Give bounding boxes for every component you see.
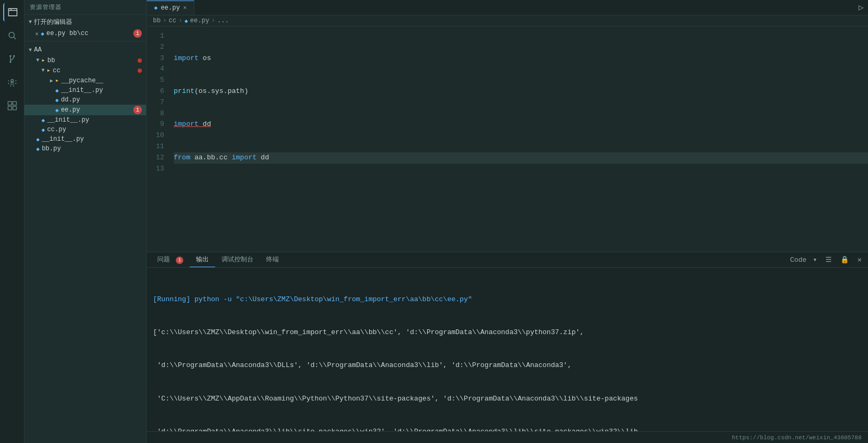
ee-py-label: ee.py bbox=[61, 106, 80, 114]
output-line-5: 'd:\\ProgramData\\Anaconda3\\lib\\site-p… bbox=[153, 427, 862, 431]
panel-tab-problems[interactable]: 问题 1 bbox=[151, 252, 190, 267]
panel-output[interactable]: [Running] python -u "c:\Users\ZMZ\Deskto… bbox=[147, 268, 868, 431]
output-line-3: 'd:\\ProgramData\\Anaconda3\\DLLs', 'd:\… bbox=[153, 360, 862, 371]
panel-tab-terminal[interactable]: 终端 bbox=[260, 252, 285, 267]
pycache-label: __pycache__ bbox=[61, 77, 103, 84]
code-area[interactable]: 1 2 3 4 5 6 7 8 9 10 11 12 13 import os … bbox=[147, 27, 868, 252]
panel-tab-output[interactable]: 输出 bbox=[190, 252, 215, 267]
breadcrumb-cc[interactable]: cc bbox=[169, 17, 176, 24]
source-control-icon[interactable] bbox=[3, 50, 21, 68]
pycache-arrow: ▶ bbox=[50, 78, 53, 84]
breadcrumb-file-icon: ◆ bbox=[184, 18, 188, 24]
extensions-icon[interactable] bbox=[3, 97, 21, 115]
init-py-3-icon: ◆ bbox=[36, 136, 40, 143]
cc-py-item[interactable]: ◆ cc.py bbox=[24, 125, 146, 134]
sidebar-header: 资源管理器 bbox=[24, 0, 146, 15]
cc-arrow: ▼ bbox=[41, 67, 45, 73]
main-area: ◆ ee.py × ▷ bb › cc › ◆ ee.py › ... 1 2 … bbox=[147, 0, 868, 443]
tab-close-button[interactable]: × bbox=[183, 5, 187, 11]
cc-py-label: cc.py bbox=[47, 126, 66, 133]
bb-folder[interactable]: ▼ ▸ bb bbox=[24, 55, 146, 65]
panel-tab-debug[interactable]: 调试控制台 bbox=[215, 252, 260, 267]
line-numbers: 1 2 3 4 5 6 7 8 9 10 11 12 13 bbox=[147, 27, 171, 252]
breadcrumb-sep-3: › bbox=[211, 17, 215, 24]
bb-error-dot bbox=[138, 58, 142, 63]
init-py-3-item[interactable]: ◆ __init__.py bbox=[24, 134, 146, 144]
file-tree: ▼ AA ▼ ▸ bb ▼ ▸ cc ▶ ▸ __pycache__ ◆ __i… bbox=[24, 41, 146, 443]
breadcrumb-sep-2: › bbox=[178, 17, 182, 24]
output-line-4: 'C:\\Users\\ZMZ\\AppData\\Roaming\\Pytho… bbox=[153, 394, 862, 405]
svg-point-0 bbox=[8, 32, 14, 38]
open-file-name: ee.py bb\cc bbox=[46, 30, 88, 37]
ee-py-icon: ◆ bbox=[55, 107, 59, 114]
panel-dropdown-value: Code bbox=[790, 256, 806, 264]
panel-lock-icon[interactable]: 🔒 bbox=[838, 254, 851, 265]
panel-tab-output-label: 输出 bbox=[196, 256, 209, 263]
panel-tab-bar: 问题 1 输出 调试控制台 终端 Code ▾ ☰ 🔒 ✕ bbox=[147, 252, 868, 268]
init-py-3-label: __init__.py bbox=[42, 135, 84, 143]
tab-file-icon: ◆ bbox=[154, 4, 158, 11]
code-line-4: from aa.bb.cc import dd bbox=[174, 152, 868, 164]
debug-icon[interactable] bbox=[3, 73, 21, 91]
init-py-1-item[interactable]: ◆ __init__.py bbox=[24, 86, 146, 95]
cc-error-dot bbox=[138, 69, 142, 73]
svg-point-3 bbox=[13, 55, 14, 57]
cc-label: cc bbox=[53, 67, 60, 74]
explorer-icon[interactable] bbox=[3, 3, 21, 21]
svg-point-5 bbox=[11, 79, 13, 82]
code-editor: 1 2 3 4 5 6 7 8 9 10 11 12 13 import os … bbox=[147, 27, 868, 252]
code-lines[interactable]: import os print(os.sys.path) import dd f… bbox=[171, 27, 868, 252]
panel: 问题 1 输出 调试控制台 终端 Code ▾ ☰ 🔒 ✕ [Running] … bbox=[147, 252, 868, 443]
dd-py-label: dd.py bbox=[61, 96, 80, 104]
ee-py-tab[interactable]: ◆ ee.py × bbox=[147, 1, 194, 15]
aa-arrow: ▼ bbox=[29, 47, 32, 53]
folder-icon: ▸ bbox=[41, 56, 45, 64]
breadcrumb: bb › cc › ◆ ee.py › ... bbox=[147, 15, 868, 27]
cc-py-icon: ◆ bbox=[41, 126, 45, 133]
svg-line-1 bbox=[13, 37, 15, 39]
close-icon[interactable]: ✕ bbox=[35, 30, 39, 37]
panel-dropdown-btn[interactable]: ▾ bbox=[811, 254, 819, 265]
sidebar: 资源管理器 ▼ 打开的编辑器 ✕ ◆ ee.py bb\cc 1 ▼ AA ▼ … bbox=[24, 0, 147, 443]
init-py-2-item[interactable]: ◆ __init__.py bbox=[24, 115, 146, 125]
bb-py-item[interactable]: ◆ bb.py bbox=[24, 144, 146, 154]
open-file-item[interactable]: ✕ ◆ ee.py bb\cc 1 bbox=[24, 28, 146, 39]
breadcrumb-file[interactable]: ee.py bbox=[190, 17, 209, 24]
statusbar: https://blog.csdn.net/weixin_43605788 bbox=[147, 431, 868, 443]
pycache-folder[interactable]: ▶ ▸ __pycache__ bbox=[24, 75, 146, 86]
statusbar-url: https://blog.csdn.net/weixin_43605788 bbox=[732, 435, 862, 441]
icon-bar bbox=[0, 0, 24, 443]
aa-label: AA bbox=[34, 46, 41, 54]
panel-list-icon[interactable]: ☰ bbox=[823, 254, 834, 265]
ee-py-item[interactable]: ◆ ee.py 1 bbox=[24, 105, 146, 115]
tab-bar: ◆ ee.py × ▷ bbox=[147, 0, 868, 15]
panel-problems-badge: 1 bbox=[176, 257, 183, 264]
cc-folder-icon: ▸ bbox=[47, 66, 50, 74]
bb-arrow: ▼ bbox=[36, 57, 39, 63]
code-line-6 bbox=[174, 219, 868, 230]
panel-close-icon[interactable]: ✕ bbox=[855, 254, 864, 265]
svg-rect-8 bbox=[8, 106, 12, 110]
cc-folder[interactable]: ▼ ▸ cc bbox=[24, 65, 146, 75]
code-line-3: import dd bbox=[174, 119, 868, 130]
panel-tab-problems-label: 问题 bbox=[157, 256, 170, 263]
search-icon[interactable] bbox=[3, 27, 21, 45]
init-py-1-icon: ◆ bbox=[55, 87, 59, 94]
breadcrumb-dots[interactable]: ... bbox=[217, 17, 229, 24]
open-editors-arrow: ▼ bbox=[29, 19, 32, 25]
open-editors-title[interactable]: ▼ 打开的编辑器 bbox=[24, 15, 146, 28]
aa-folder-title[interactable]: ▼ AA bbox=[24, 44, 146, 55]
dd-py-item[interactable]: ◆ dd.py bbox=[24, 95, 146, 105]
pycache-icon: ▸ bbox=[55, 76, 59, 84]
open-editors-section: ▼ 打开的编辑器 ✕ ◆ ee.py bb\cc 1 bbox=[24, 15, 146, 41]
ee-py-badge: 1 bbox=[133, 106, 142, 114]
code-line-2: print(os.sys.path) bbox=[174, 86, 868, 97]
bb-py-icon: ◆ bbox=[36, 146, 40, 152]
py-file-icon: ◆ bbox=[41, 30, 45, 37]
run-button[interactable]: ▷ bbox=[854, 0, 868, 15]
breadcrumb-sep-1: › bbox=[163, 17, 166, 24]
code-line-5 bbox=[174, 185, 868, 197]
breadcrumb-bb[interactable]: bb bbox=[153, 17, 160, 24]
init-py-2-label: __init__.py bbox=[47, 116, 89, 124]
tab-filename: ee.py bbox=[161, 4, 180, 12]
